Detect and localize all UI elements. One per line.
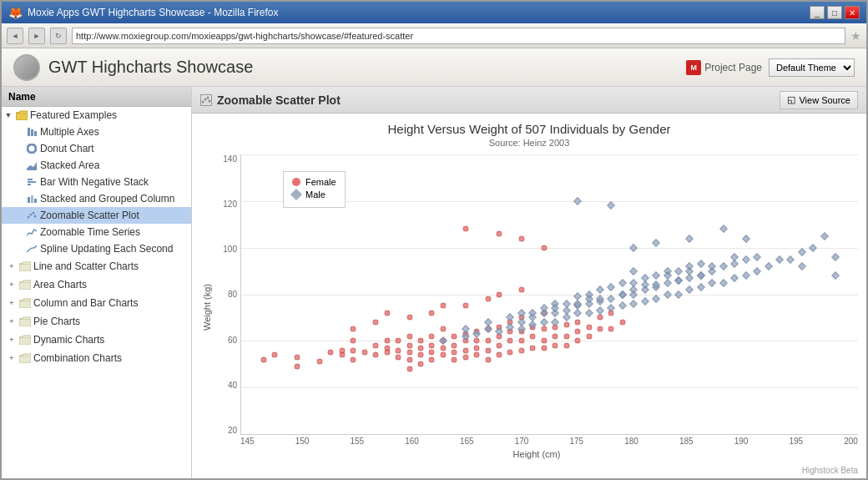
- female-data-point: [406, 350, 412, 356]
- female-data-point: [396, 354, 401, 360]
- female-data-point: [351, 326, 356, 332]
- svg-rect-10: [34, 199, 37, 203]
- male-label: Male: [305, 189, 326, 200]
- female-data-point: [452, 350, 457, 356]
- chart-panel-title: Zoomable Scatter Plot: [217, 93, 341, 107]
- x-tick-165: 165: [460, 437, 474, 446]
- male-data-point: [607, 201, 615, 210]
- female-data-point: [485, 356, 491, 362]
- tree-item-time-series[interactable]: Zoomable Time Series: [2, 224, 191, 240]
- tree-item-stacked-area[interactable]: Stacked Area: [2, 157, 191, 174]
- bookmark-star[interactable]: ★: [850, 29, 861, 43]
- female-data-point: [597, 326, 603, 332]
- svg-rect-1: [28, 128, 30, 136]
- male-data-point: [439, 336, 447, 345]
- back-button[interactable]: ◄: [7, 28, 23, 44]
- female-data-point: [317, 359, 323, 365]
- female-dot: [292, 178, 300, 186]
- male-data-point: [697, 283, 705, 291]
- section-pie[interactable]: + Pie Charts: [2, 312, 191, 331]
- project-page-button[interactable]: M Project Page: [686, 60, 762, 75]
- chart-main-title: Height Versus Weight of 507 Individuals …: [200, 122, 858, 136]
- forward-icon: ►: [33, 32, 41, 40]
- tree-item-donut-chart[interactable]: Donut Chart: [2, 140, 191, 157]
- female-data-point: [541, 345, 547, 351]
- male-data-point: [765, 262, 773, 270]
- theme-selector[interactable]: Default Theme Dark Blue Gray: [769, 58, 855, 77]
- sidebar-header: Name: [2, 87, 191, 107]
- female-data-point: [575, 338, 581, 344]
- view-source-button[interactable]: ◱ View Source: [780, 91, 858, 109]
- tree-item-multiple-axes[interactable]: Multiple Axes: [2, 124, 191, 140]
- svg-point-11: [28, 216, 30, 219]
- tree-item-zoomable-scatter[interactable]: Zoomable Scatter Plot: [2, 207, 191, 224]
- female-data-point: [518, 338, 524, 344]
- x-tick-155: 155: [351, 437, 365, 446]
- female-data-point: [518, 347, 524, 353]
- female-data-point: [440, 303, 446, 309]
- female-data-point: [474, 338, 480, 344]
- male-data-point: [618, 302, 627, 311]
- project-page-label: Project Page: [704, 62, 762, 73]
- column-bar-expander: +: [5, 296, 18, 310]
- female-data-point: [295, 364, 300, 370]
- x-tick-180: 180: [624, 437, 638, 446]
- svg-rect-20: [19, 356, 31, 363]
- area-icon: [25, 159, 38, 172]
- male-data-point: [607, 283, 615, 291]
- tree-item-spline[interactable]: Spline Updating Each Second: [2, 240, 191, 257]
- female-data-point: [541, 326, 547, 332]
- female-data-point: [497, 352, 502, 358]
- female-data-point: [485, 347, 491, 353]
- app-title: GWT Highcharts Showcase: [48, 58, 253, 77]
- male-data-point: [686, 267, 694, 275]
- section-combination[interactable]: + Combination Charts: [2, 349, 191, 367]
- female-data-point: [541, 338, 547, 344]
- chart-area: Height Versus Weight of 507 Individuals …: [192, 114, 866, 478]
- section-area[interactable]: + Area Charts: [2, 275, 191, 294]
- multiple-axes-label: Multiple Axes: [40, 126, 99, 138]
- x-axis-label: Height (cm): [215, 447, 858, 459]
- line-scatter-label: Line and Scatter Charts: [33, 260, 139, 272]
- male-data-point: [596, 306, 604, 315]
- refresh-button[interactable]: ↻: [50, 28, 67, 44]
- forward-button[interactable]: ►: [28, 28, 45, 44]
- section-column-bar[interactable]: + Column and Bar Charts: [2, 294, 191, 312]
- male-data-point: [719, 262, 728, 270]
- female-data-point: [563, 333, 569, 339]
- chart-subtitle: Source: Heinz 2003: [200, 138, 858, 148]
- section-dynamic[interactable]: + Dynamic Charts: [2, 331, 191, 349]
- male-data-point: [641, 297, 649, 306]
- x-tick-190: 190: [734, 437, 749, 446]
- male-data-point: [686, 235, 694, 243]
- female-data-point: [373, 352, 379, 358]
- female-data-point: [417, 361, 423, 367]
- tree-item-stacked-grouped[interactable]: Stacked and Grouped Column: [2, 190, 191, 207]
- browser-title: Moxie Apps GWT Highcharts Showcase - Moz…: [28, 7, 279, 18]
- maximize-button[interactable]: □: [827, 6, 842, 19]
- male-diamond: [290, 189, 302, 200]
- female-data-point: [507, 350, 513, 356]
- female-data-point: [462, 226, 468, 232]
- featured-examples-group[interactable]: ▼ Featured Examples: [2, 107, 191, 124]
- y-axis-ticks: 140 120 100 80 60 40 20: [215, 154, 240, 435]
- grid-line-40: [241, 387, 858, 388]
- pie-charts-label: Pie Charts: [33, 316, 80, 327]
- male-data-point: [607, 295, 615, 303]
- female-data-point: [429, 342, 435, 348]
- close-button[interactable]: ✕: [845, 6, 860, 19]
- grid-line-20: [241, 434, 858, 435]
- area-charts-label: Area Charts: [33, 279, 87, 291]
- male-data-point: [674, 291, 683, 299]
- male-data-point: [697, 271, 705, 280]
- female-data-point: [518, 235, 524, 241]
- minimize-button[interactable]: _: [810, 6, 825, 19]
- svg-point-22: [204, 98, 207, 100]
- female-data-point: [530, 345, 536, 351]
- tree-item-bar-negative[interactable]: Bar With Negative Stack: [2, 174, 191, 190]
- section-line-scatter[interactable]: + Line and Scatter Charts: [2, 257, 191, 275]
- female-data-point: [485, 296, 491, 302]
- column-bar-label: Column and Bar Charts: [33, 297, 138, 309]
- address-bar[interactable]: [72, 28, 845, 44]
- pie-section-icon: [18, 315, 32, 328]
